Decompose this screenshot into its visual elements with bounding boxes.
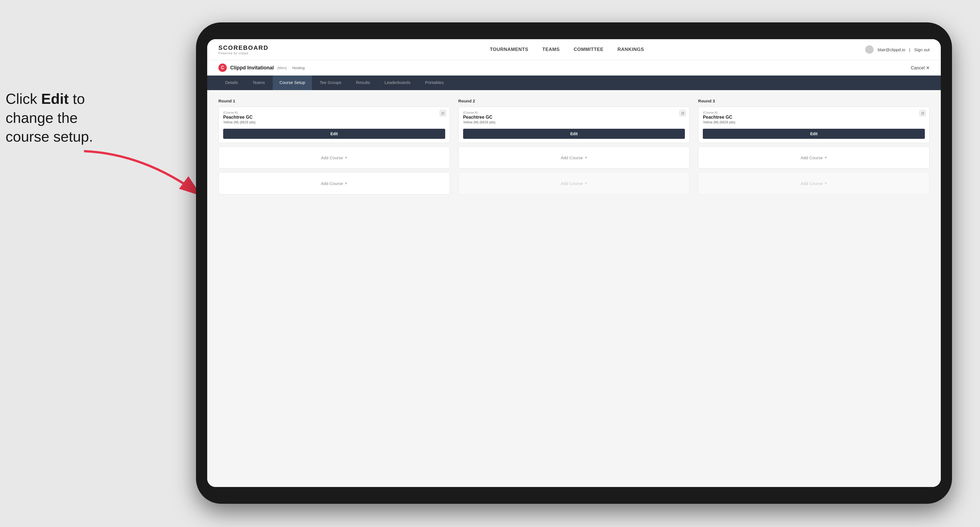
tab-course-setup[interactable]: Course Setup — [273, 76, 312, 90]
add-course-r1-1[interactable]: Add Course + — [218, 146, 450, 169]
add-course-r1-1-label: Add Course — [321, 156, 343, 160]
plus-icon-r3-1: + — [825, 155, 827, 160]
round-2-column: Round 2 (Course A) Peachtree GC Yellow (… — [458, 98, 690, 198]
round-3-title: Round 3 — [698, 98, 930, 103]
plus-icon-r1-2: + — [345, 181, 347, 186]
tab-leaderboards[interactable]: Leaderboards — [378, 76, 417, 90]
plus-icon-r1-1: + — [345, 155, 347, 160]
instruction-line1: Click — [6, 90, 41, 107]
round-1-title: Round 1 — [218, 98, 450, 103]
course-name-r3: Peachtree GC — [703, 115, 925, 120]
add-course-r1-2-label: Add Course — [321, 181, 343, 186]
course-name-r2: Peachtree GC — [463, 115, 685, 120]
rounds-grid: Round 1 (Course A) Peachtree GC Yellow (… — [218, 98, 930, 198]
content-area: Round 1 (Course A) Peachtree GC Yellow (… — [207, 90, 941, 487]
tablet-frame: SCOREBOARD Powered by clippd TOURNAMENTS… — [196, 22, 952, 504]
delete-course-r2-button[interactable]: ⊡ — [679, 110, 686, 116]
tournament-type: (Men) — [277, 66, 287, 70]
round-1-column: Round 1 (Course A) Peachtree GC Yellow (… — [218, 98, 450, 198]
course-label-r3: (Course A) — [703, 111, 925, 114]
add-course-r3-2-label: Add Course — [800, 181, 822, 186]
tab-printables[interactable]: Printables — [418, 76, 450, 90]
edit-course-r3-button[interactable]: Edit — [703, 129, 925, 139]
add-course-r3-1-label: Add Course — [800, 156, 822, 160]
course-card-r1-header: (Course A) Peachtree GC Yellow (M) (6629… — [219, 107, 450, 127]
course-card-r3-header: (Course A) Peachtree GC Yellow (M) (6629… — [698, 107, 929, 127]
add-course-r2-2: Add Course + — [458, 172, 690, 195]
course-label-r1: (Course A) — [223, 111, 445, 114]
cancel-button[interactable]: Cancel ✕ — [911, 65, 930, 70]
nav-rankings[interactable]: RANKINGS — [617, 47, 644, 52]
course-card-r1: (Course A) Peachtree GC Yellow (M) (6629… — [218, 106, 450, 143]
logo-subtitle: Powered by clippd — [218, 51, 269, 55]
round-2-title: Round 2 — [458, 98, 690, 103]
top-nav: SCOREBOARD Powered by clippd TOURNAMENTS… — [207, 39, 941, 60]
tab-details[interactable]: Details — [218, 76, 245, 90]
avatar — [865, 45, 873, 54]
clippd-logo: C — [218, 63, 227, 72]
nav-tournaments[interactable]: TOURNAMENTS — [490, 47, 528, 52]
plus-icon-r2-2: + — [585, 181, 587, 186]
user-email: blair@clippd.io — [878, 47, 905, 52]
logo-title: SCOREBOARD — [218, 44, 269, 51]
edit-course-r2-button[interactable]: Edit — [463, 129, 685, 139]
tab-tee-groups[interactable]: Tee Groups — [313, 76, 348, 90]
add-course-r2-2-label: Add Course — [561, 181, 583, 186]
tab-bar: Details Teams Course Setup Tee Groups Re… — [207, 76, 941, 90]
add-course-r3-2: Add Course + — [698, 172, 930, 195]
course-name-r1: Peachtree GC — [223, 115, 445, 120]
instruction-text: Click Edit tochange thecourse setup. — [6, 90, 126, 146]
user-info: blair@clippd.io | Sign out — [865, 45, 930, 54]
nav-committee[interactable]: COMMITTEE — [574, 47, 604, 52]
course-details-r1: Yellow (M) (6629 yds) — [223, 121, 445, 124]
add-course-r2-1[interactable]: Add Course + — [458, 146, 690, 169]
tournament-name: Clippd Invitational — [230, 65, 274, 71]
course-label-r2: (Course A) — [463, 111, 685, 114]
main-nav: TOURNAMENTS TEAMS COMMITTEE RANKINGS — [490, 47, 644, 52]
delete-course-r3-button[interactable]: ⊡ — [919, 110, 926, 116]
plus-icon-r2-1: + — [585, 155, 587, 160]
add-course-r1-2[interactable]: Add Course + — [218, 172, 450, 195]
delete-course-r1-button[interactable]: ⊡ — [440, 110, 446, 116]
instruction-bold: Edit — [41, 90, 68, 107]
scoreboard-logo: SCOREBOARD Powered by clippd — [218, 44, 269, 55]
plus-icon-r3-2: + — [825, 181, 827, 186]
course-details-r2: Yellow (M) (6629 yds) — [463, 121, 685, 124]
add-course-r3-1[interactable]: Add Course + — [698, 146, 930, 169]
sub-header-left: C Clippd Invitational (Men) Hosting — [218, 63, 305, 72]
edit-course-r1-button[interactable]: Edit — [223, 129, 445, 139]
sub-header: C Clippd Invitational (Men) Hosting Canc… — [207, 60, 941, 76]
nav-teams[interactable]: TEAMS — [542, 47, 560, 52]
round-3-column: Round 3 (Course A) Peachtree GC Yellow (… — [698, 98, 930, 198]
add-course-r2-1-label: Add Course — [561, 156, 583, 160]
tablet-screen: SCOREBOARD Powered by clippd TOURNAMENTS… — [207, 39, 941, 487]
course-card-r2: (Course A) Peachtree GC Yellow (M) (6629… — [458, 106, 690, 143]
tab-results[interactable]: Results — [349, 76, 377, 90]
course-details-r3: Yellow (M) (6629 yds) — [703, 121, 925, 124]
hosting-badge: Hosting — [292, 66, 305, 70]
course-card-r2-header: (Course A) Peachtree GC Yellow (M) (6629… — [459, 107, 690, 127]
course-card-r3: (Course A) Peachtree GC Yellow (M) (6629… — [698, 106, 930, 143]
nav-separator: | — [909, 47, 910, 52]
sign-out-link[interactable]: Sign out — [914, 47, 930, 52]
tab-teams[interactable]: Teams — [246, 76, 272, 90]
